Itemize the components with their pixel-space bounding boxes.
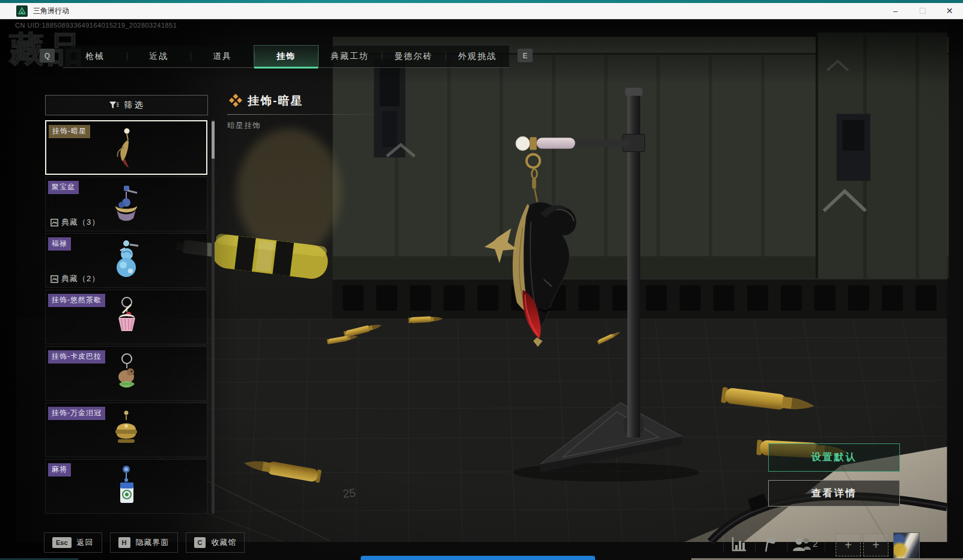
- player-avatar[interactable]: [893, 532, 920, 559]
- delta-force-logo-icon: [16, 5, 28, 17]
- charm-thumb-cupcake-icon: [111, 295, 142, 339]
- hide-ui-shortcut[interactable]: H 隐藏界面: [110, 532, 178, 553]
- maximize-button[interactable]: ☐: [909, 3, 936, 19]
- footer-divider: [787, 534, 787, 552]
- charm-list-scrollbar[interactable]: [212, 120, 215, 514]
- collection-count-badge: 典藏（3）: [50, 217, 100, 228]
- funnel-icon: [109, 101, 119, 110]
- charm-thumb-mahjong-icon: [111, 464, 142, 509]
- report-flag-icon[interactable]: [761, 535, 778, 553]
- add-teammate-slot-2[interactable]: +: [863, 534, 888, 556]
- charm-name-tag: 麻将: [48, 463, 71, 476]
- tab-appearance-challenge[interactable]: 外观挑战: [445, 46, 509, 67]
- stats-bar-chart-icon[interactable]: [730, 535, 748, 553]
- c-key-chip: C: [194, 537, 206, 548]
- charm-detail-title: 挂饰-暗星: [248, 93, 303, 109]
- add-teammate-slot-1[interactable]: +: [836, 534, 861, 556]
- minimize-button[interactable]: –: [882, 3, 909, 19]
- charm-thumb-dark-star-icon: [111, 127, 142, 169]
- detail-divider: [227, 114, 385, 115]
- next-tab-key-hint: E: [518, 49, 533, 62]
- collection-count-badge: 典藏（2）: [50, 273, 100, 284]
- charm-name-tag: 聚宝盆: [48, 181, 79, 194]
- filter-button[interactable]: 筛选: [45, 95, 208, 115]
- tab-collection-workshop[interactable]: 典藏工坊: [318, 46, 382, 67]
- charm-thumb-gourd-icon: [111, 240, 142, 282]
- tab-mandel-brick[interactable]: 曼德尔砖: [382, 46, 445, 67]
- tab-firearms[interactable]: 枪械: [63, 46, 127, 67]
- player-uid: CN UID:188508933649164015219_20280324185…: [15, 22, 177, 29]
- charm-list-item[interactable]: 麻将: [45, 459, 207, 514]
- charm-rarity-diamond-icon: [228, 93, 243, 108]
- charm-detail-subtitle: 暗星挂饰: [227, 120, 261, 131]
- charm-list: 挂饰-暗星 聚宝盆 典藏（3） 福禄: [45, 120, 207, 514]
- charm-name-tag: 挂饰-万金泪冠: [48, 407, 105, 420]
- category-tabs: 枪械 近战 道具 挂饰 典藏工坊 曼德尔砖 外观挑战: [63, 46, 509, 68]
- scrollbar-thumb[interactable]: [212, 121, 215, 159]
- app-window: 三角洲行动 – ☐ ✕: [0, 0, 963, 560]
- team-count: 2: [813, 538, 818, 549]
- footer-divider: [723, 534, 724, 552]
- scene-gear-bag: [237, 129, 341, 257]
- charm-name-tag: 挂饰-悠然茶歇: [48, 294, 105, 307]
- collection-hall-shortcut[interactable]: C 收藏馆: [186, 532, 245, 553]
- shortcut-bar: Esc 返回 H 隐藏界面 C 收藏馆: [44, 532, 245, 553]
- tab-melee[interactable]: 近战: [127, 46, 191, 67]
- window-title: 三角洲行动: [33, 6, 69, 16]
- charm-list-item[interactable]: 挂饰-卡皮巴拉: [45, 346, 207, 401]
- charm-name-tag: 挂饰-暗星: [49, 125, 90, 138]
- tab-charms[interactable]: 挂饰: [254, 46, 318, 67]
- charm-list-item[interactable]: 福禄 典藏（2）: [45, 233, 207, 288]
- charm-list-item[interactable]: 聚宝盆 典藏（3）: [45, 177, 207, 231]
- charm-thumb-capybara-icon: [111, 353, 142, 395]
- charm-list-item[interactable]: 挂饰-悠然茶歇: [45, 290, 207, 344]
- scene-crate: [333, 32, 949, 282]
- esc-key-chip: Esc: [52, 537, 72, 548]
- team-icon[interactable]: [791, 536, 812, 553]
- charm-thumb-treasure-bowl-icon: [109, 184, 143, 224]
- charm-thumb-crown-icon: [109, 409, 143, 451]
- mat-chalk-mark: 25: [342, 486, 356, 500]
- back-shortcut[interactable]: Esc 返回: [44, 532, 102, 553]
- view-details-button[interactable]: 查看详情: [768, 480, 900, 507]
- charm-name-tag: 挂饰-卡皮巴拉: [48, 350, 105, 364]
- h-key-chip: H: [118, 537, 130, 548]
- charm-list-item[interactable]: 挂饰-万金泪冠: [45, 403, 207, 457]
- taskbar-highlight: [361, 556, 595, 560]
- charm-name-tag: 福禄: [48, 237, 71, 251]
- close-button[interactable]: ✕: [936, 3, 963, 19]
- filter-label: 筛选: [124, 100, 145, 111]
- tab-gear[interactable]: 道具: [191, 46, 254, 67]
- prev-tab-key-hint: Q: [40, 49, 55, 62]
- footer-divider: [825, 534, 825, 552]
- charm-list-item[interactable]: 挂饰-暗星: [45, 120, 207, 175]
- footer-divider: [755, 534, 756, 552]
- window-titlebar: 三角洲行动 – ☐ ✕: [0, 3, 963, 19]
- set-default-button[interactable]: 设置默认: [768, 443, 900, 472]
